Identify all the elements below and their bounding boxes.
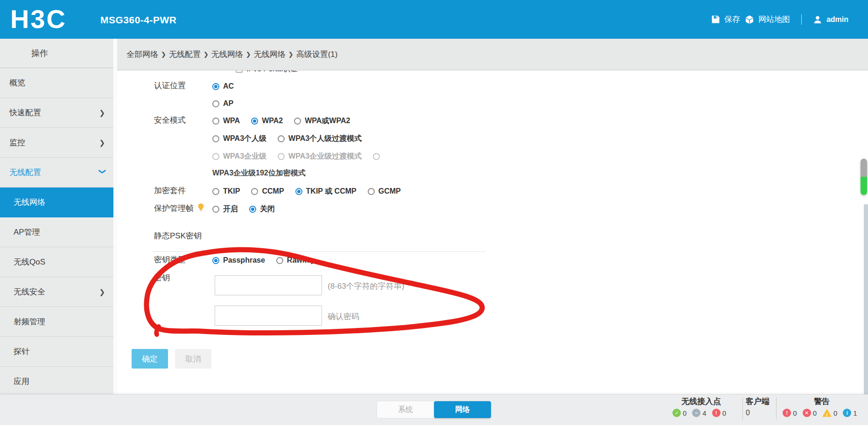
radio-icon	[212, 100, 219, 107]
alarm-info-count: 1	[853, 409, 857, 417]
radio-icon	[212, 257, 219, 264]
radio-icon	[276, 257, 283, 264]
tab-system[interactable]: 系统	[377, 401, 434, 418]
security-mode-row2: WPA3个人级 WPA3个人级过渡模式	[212, 132, 373, 145]
sidebar-item-rf-management[interactable]: 射频管理	[0, 307, 113, 337]
sidebar-item-monitoring[interactable]: 监控 ❯	[0, 128, 113, 158]
warning-triangle-icon: !	[822, 409, 832, 417]
clients-block[interactable]: 客户端 0	[746, 396, 773, 417]
radio-wpa[interactable]: WPA	[212, 117, 240, 125]
radio-wpa-or-wpa2[interactable]: WPA或WPA2	[294, 116, 350, 126]
pmf-label: 保护管理帧	[154, 203, 204, 215]
radio-rawkey[interactable]: Rawkey	[276, 256, 315, 265]
radio-icon	[212, 83, 219, 90]
save-label: 保存	[724, 14, 740, 25]
radio-ac[interactable]: AC	[212, 82, 234, 91]
chevron-right-icon: ❯	[99, 98, 105, 127]
psk-key-confirm-input[interactable]	[215, 306, 322, 326]
sidebar-item-wireless-qos[interactable]: 无线QoS	[0, 247, 113, 277]
radio-pmf-on[interactable]: 开启	[212, 204, 238, 214]
main-content: IPv6 Portal认证 认证位置 AC AP 安全模式 WPA WPA2 W…	[117, 70, 868, 394]
radio-wpa3-personal-transition[interactable]: WPA3个人级过渡模式	[278, 134, 362, 144]
person-icon	[813, 15, 822, 24]
sidebar-item-application[interactable]: 应用	[0, 367, 113, 397]
chevron-right-icon: ❯	[246, 51, 251, 58]
cancel-button[interactable]: 取消	[175, 349, 211, 369]
device-model-title: MSG360-4-PWR	[100, 14, 177, 26]
pmf-row: 开启 关闭	[212, 203, 286, 215]
psk-key-input[interactable]	[215, 275, 322, 295]
minus-badge-icon: −	[692, 409, 700, 417]
security-mode-row3: WPA3企业级 WPA3企业级过渡模式	[212, 150, 391, 162]
radio-wpa3-enterprise-transition[interactable]: WPA3企业级过渡模式	[278, 152, 362, 161]
key-type-label: 密钥类型	[154, 254, 186, 265]
breadcrumb-item[interactable]: 无线网络	[254, 49, 286, 60]
radio-icon	[294, 118, 301, 125]
view-tabs: 系统 网络	[377, 401, 491, 418]
alarm-error-count: 0	[813, 409, 817, 417]
user-menu[interactable]: admin	[813, 15, 848, 24]
sidebar-item-overview[interactable]: 概览	[0, 68, 113, 98]
radio-ap[interactable]: AP	[212, 99, 233, 108]
info-badge-icon: i	[843, 409, 851, 417]
radio-icon	[278, 153, 285, 160]
radio-tkip-or-ccmp[interactable]: TKIP 或 CCMP	[295, 187, 357, 196]
sidebar-item-ap-management[interactable]: AP管理	[0, 217, 113, 247]
ap-status-block[interactable]: 无线接入点 ✓ 0 − 4 ! 0	[663, 396, 740, 417]
ok-button[interactable]: 确定	[132, 349, 168, 369]
confirm-hint: 确认密码	[328, 311, 359, 322]
ap-status-badges: ✓ 0 − 4 ! 0	[663, 409, 740, 417]
radio-icon	[278, 135, 285, 142]
cube-icon	[745, 15, 754, 24]
alarm-badges: ! 0 ✕ 0 ! 0 i 1	[778, 409, 865, 417]
radio-icon	[212, 118, 219, 125]
radio-wpa3-personal[interactable]: WPA3个人级	[212, 134, 266, 144]
radio-icon	[212, 188, 219, 195]
cross-badge-icon: ✕	[803, 409, 811, 417]
chevron-right-icon: ❯	[99, 128, 105, 157]
cipher-suite-label: 加密套件	[154, 185, 186, 196]
radio-wpa2[interactable]: WPA2	[251, 117, 283, 125]
sidebar-item-quick-config[interactable]: 快速配置 ❯	[0, 98, 113, 128]
ap-status-label: 无线接入点	[663, 396, 740, 407]
radio-pmf-off[interactable]: 关闭	[249, 204, 275, 214]
clients-count-row: 0	[746, 409, 773, 417]
breadcrumb-item[interactable]: 全部网络	[126, 49, 158, 60]
app-window: H3C MSG360-4-PWR 保存 网站地图 admin	[0, 0, 868, 425]
sidebar-item-wireless-config[interactable]: 无线配置 ❯	[0, 158, 113, 188]
h3c-logo: H3C	[10, 4, 67, 34]
sidebar-item-probe[interactable]: 探针	[0, 337, 113, 367]
key-type-row: Passphrase Rawkey	[212, 254, 326, 266]
chevron-right-icon: ❯	[99, 277, 105, 307]
radio-wpa3-enterprise[interactable]: WPA3企业级	[212, 152, 266, 161]
footer-divider	[776, 397, 777, 420]
sitemap-button[interactable]: 网站地图	[745, 14, 790, 25]
scrollbar-track[interactable]	[864, 204, 868, 394]
top-header-bar: H3C MSG360-4-PWR 保存 网站地图 admin	[0, 0, 868, 39]
chevron-right-icon: ❯	[288, 51, 294, 58]
ap-inactive-count: 4	[702, 409, 706, 417]
tab-network[interactable]: 网络	[434, 401, 491, 418]
breadcrumb: 全部网络 ❯ 无线配置 ❯ 无线网络 ❯ 无线网络 ❯ 高级设置(1)	[117, 39, 868, 70]
alarms-block[interactable]: 警告 ! 0 ✕ 0 ! 0 i 1	[778, 396, 865, 417]
clipped-row-label: IPv6 Portal认证	[246, 70, 298, 74]
breadcrumb-item[interactable]: 无线网络	[211, 49, 243, 60]
radio-ccmp[interactable]: CCMP	[251, 187, 284, 195]
radio-gcmp[interactable]: GCMP	[368, 187, 401, 195]
sidebar-item-wireless-network[interactable]: 无线网络	[0, 188, 113, 217]
clients-label: 客户端	[746, 396, 773, 407]
security-mode-label: 安全模式	[154, 115, 186, 125]
breadcrumb-item[interactable]: 无线配置	[169, 49, 201, 60]
key-label: 密钥	[154, 272, 170, 283]
footer-divider	[742, 397, 743, 420]
security-mode-row1: WPA WPA2 WPA或WPA2	[212, 115, 361, 127]
save-button[interactable]: 保存	[711, 14, 740, 25]
scrollbar-thumb[interactable]	[861, 159, 867, 195]
sidebar-item-wireless-security[interactable]: 无线安全 ❯	[0, 277, 113, 307]
clipped-checkbox-row[interactable]: IPv6 Portal认证	[236, 70, 298, 73]
radio-wpa3-enterprise-192[interactable]	[373, 153, 380, 160]
radio-icon	[212, 135, 219, 142]
radio-tkip[interactable]: TKIP	[212, 187, 240, 195]
radio-icon	[368, 188, 375, 195]
radio-passphrase[interactable]: Passphrase	[212, 256, 265, 265]
